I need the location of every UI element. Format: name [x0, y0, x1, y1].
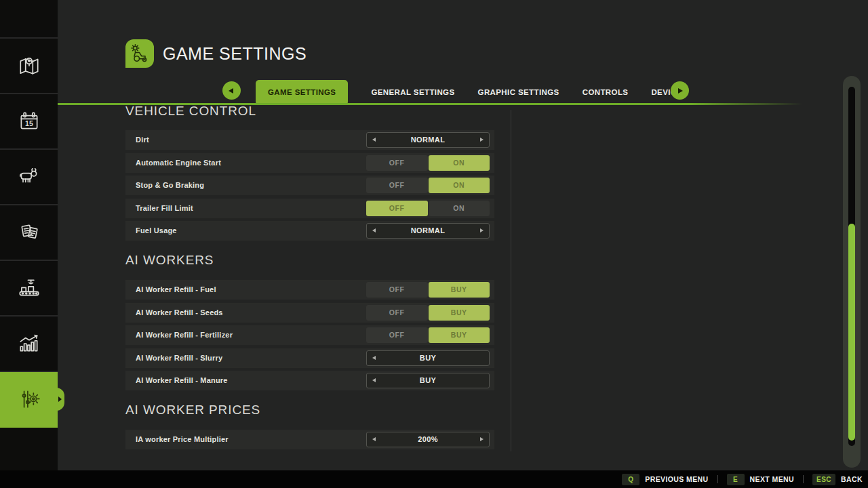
setting-control: NORMAL: [366, 132, 490, 148]
setting-label: IA worker Price Multiplier: [136, 430, 229, 449]
sidebar-item-statistics[interactable]: [0, 317, 58, 372]
value-selector[interactable]: NORMAL: [366, 132, 490, 148]
hint-separator: [717, 475, 718, 483]
setting-row-trailer-fill-limit: Trailer Fill LimitOFFON: [125, 199, 494, 218]
toggle-option-off[interactable]: OFF: [366, 155, 428, 171]
key-hint-label: PREVIOUS MENU: [645, 475, 708, 483]
selector-value: NORMAL: [367, 133, 489, 147]
scrollbar-thumb[interactable]: [848, 224, 855, 441]
key-badge-e: E: [727, 474, 745, 485]
tab-general-settings[interactable]: GENERAL SETTINGS: [371, 88, 454, 96]
active-item-arrow-icon: [58, 396, 62, 402]
tabs-next-arrow-button[interactable]: [671, 81, 689, 100]
setting-row-ai-worker-refill-fuel: AI Worker Refill - FuelOFFBUY: [125, 280, 494, 300]
value-selector[interactable]: BUY: [366, 373, 490, 388]
value-selector[interactable]: NORMAL: [366, 223, 490, 239]
setting-control: 200%: [366, 432, 490, 447]
statistics-icon: [17, 331, 41, 356]
selector-left-arrow[interactable]: [372, 378, 376, 382]
setting-label: AI Worker Refill - Slurry: [136, 348, 222, 368]
hint-separator: [803, 475, 804, 483]
tractor-gear-icon: [129, 43, 151, 64]
sidebar-item-settings[interactable]: [0, 372, 58, 428]
setting-label: Fuel Usage: [136, 221, 177, 241]
toggle-option-buy[interactable]: BUY: [429, 305, 490, 321]
map-icon: [17, 54, 41, 78]
tabs-prev-arrow-button[interactable]: [222, 81, 241, 100]
sidebar-item-production[interactable]: [0, 261, 58, 317]
toggle-option-off[interactable]: OFF: [366, 305, 428, 321]
key-hint-label: NEXT MENU: [750, 475, 794, 483]
tab-graphic-settings[interactable]: GRAPHIC SETTINGS: [478, 88, 559, 96]
footer-bar: QPREVIOUS MENUENEXT MENUESCBACK: [0, 470, 868, 488]
toggle-option-on[interactable]: ON: [429, 178, 490, 193]
selector-right-arrow[interactable]: [480, 138, 484, 142]
section-title-ai-workers: AI WORKERS: [125, 253, 494, 267]
sidebar-item-contracts[interactable]: [0, 205, 58, 261]
toggle-option-off[interactable]: OFF: [366, 201, 428, 216]
toggle-option-on[interactable]: ON: [429, 201, 490, 216]
setting-row-ai-worker-refill-seeds: AI Worker Refill - SeedsOFFBUY: [125, 303, 494, 323]
selector-right-arrow[interactable]: [480, 228, 484, 232]
setting-control: BUY: [366, 373, 490, 388]
toggle-option-off[interactable]: OFF: [366, 327, 428, 343]
sidebar-items: 15: [0, 39, 58, 428]
selector-left-arrow[interactable]: [372, 138, 376, 142]
section-title-vehicle-control: VEHICLE CONTROL: [125, 106, 494, 118]
toggle-option-on[interactable]: ON: [429, 155, 490, 171]
tab-game-settings[interactable]: GAME SETTINGS: [256, 80, 348, 104]
setting-control: OFFBUY: [366, 327, 490, 343]
toggle-option-buy[interactable]: BUY: [429, 327, 490, 343]
setting-label: Dirt: [136, 130, 149, 150]
setting-label: AI Worker Refill - Manure: [136, 371, 228, 390]
selector-value: BUY: [367, 373, 489, 388]
selector-left-arrow[interactable]: [372, 356, 376, 360]
setting-row-ia-worker-price-multiplier: IA worker Price Multiplier200%: [125, 430, 494, 449]
setting-row-ai-worker-refill-fertilizer: AI Worker Refill - FertilizerOFFBUY: [125, 325, 494, 345]
svg-text:15: 15: [25, 119, 33, 127]
sidebar-item-animals[interactable]: [0, 150, 58, 205]
key-badge-esc: ESC: [812, 474, 835, 485]
tab-controls[interactable]: CONTROLS: [583, 88, 629, 96]
sidebar-spacer: [0, 0, 58, 39]
sidebar-item-calendar[interactable]: 15: [0, 94, 58, 150]
tab-list: GAME SETTINGSGENERAL SETTINGSGRAPHIC SET…: [256, 80, 688, 104]
left-triangle-icon: [229, 88, 233, 94]
selector-value: BUY: [367, 351, 489, 365]
production-icon: [17, 276, 41, 300]
value-selector[interactable]: 200%: [366, 432, 490, 447]
toggle-group: OFFON: [366, 155, 490, 171]
setting-row-fuel-usage: Fuel UsageNORMAL: [125, 221, 494, 241]
selector-left-arrow[interactable]: [372, 437, 376, 441]
setting-row-dirt: DirtNORMAL: [125, 130, 494, 150]
sidebar-item-map[interactable]: [0, 39, 58, 94]
toggle-option-off[interactable]: OFF: [366, 282, 428, 298]
scrollbar-track[interactable]: [848, 87, 855, 446]
setting-row-automatic-engine-start: Automatic Engine StartOFFON: [125, 153, 494, 173]
setting-label: Stop & Go Braking: [136, 176, 204, 195]
setting-control: OFFBUY: [366, 282, 490, 298]
setting-control: OFFON: [366, 155, 490, 171]
tab-underline: [58, 103, 802, 105]
toggle-option-buy[interactable]: BUY: [429, 282, 490, 298]
setting-row-ai-worker-refill-slurry: AI Worker Refill - SlurryBUY: [125, 348, 494, 368]
right-triangle-icon: [678, 88, 683, 94]
active-item-bump: [51, 388, 64, 411]
key-hint-label: BACK: [841, 475, 863, 483]
scrollbar[interactable]: [843, 76, 861, 468]
sidebar: 15: [0, 0, 58, 470]
key-hint-previous-menu: QPREVIOUS MENU: [622, 474, 708, 485]
value-selector[interactable]: BUY: [366, 350, 490, 366]
setting-control: OFFON: [366, 178, 490, 193]
key-badge-q: Q: [622, 474, 639, 485]
toggle-option-off[interactable]: OFF: [366, 178, 428, 193]
selector-value: 200%: [367, 432, 489, 447]
selector-right-arrow[interactable]: [480, 437, 484, 441]
setting-label: AI Worker Refill - Seeds: [136, 303, 223, 323]
settings-icon: [17, 387, 41, 411]
setting-control: NORMAL: [366, 223, 490, 239]
selector-left-arrow[interactable]: [372, 228, 376, 232]
page-title: GAME SETTINGS: [163, 39, 307, 68]
selector-value: NORMAL: [367, 224, 489, 238]
key-hint-back: ESCBACK: [812, 474, 863, 485]
